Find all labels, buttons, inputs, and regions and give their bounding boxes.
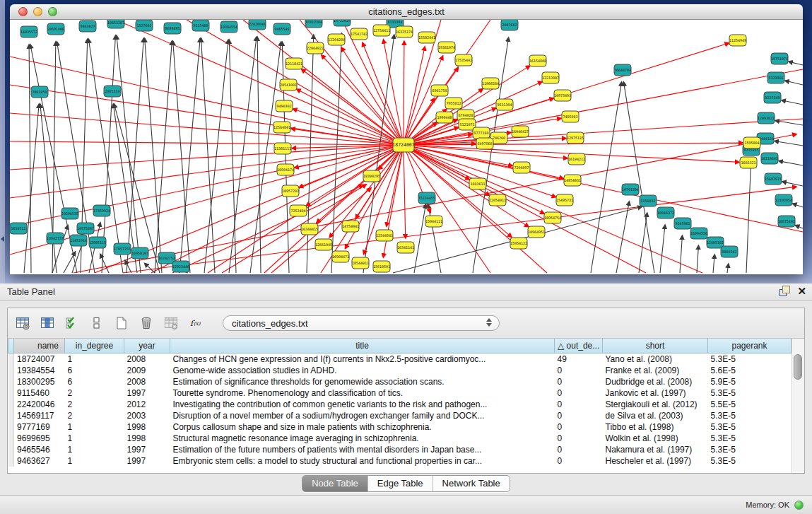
- table-cell[interactable]: 18300295: [14, 376, 65, 387]
- network-edge[interactable]: [250, 42, 281, 273]
- network-node[interactable]: 16210643: [761, 153, 778, 164]
- network-node[interactable]: 17535442: [455, 54, 472, 66]
- row-height-icon[interactable]: [88, 314, 106, 332]
- network-node[interactable]: 2061059: [31, 86, 48, 98]
- table-cell[interactable]: Hescheler et al. (1997): [603, 455, 708, 467]
- network-node[interactable]: 20541001: [280, 79, 297, 90]
- table-cell[interactable]: Franke et al. (2009): [603, 365, 708, 376]
- network-node[interactable]: 15610501: [373, 261, 390, 272]
- network-edge[interactable]: [180, 38, 200, 273]
- network-node[interactable]: 9227349: [764, 92, 781, 103]
- network-node[interactable]: 12204284: [328, 34, 345, 45]
- network-edge[interactable]: [229, 40, 236, 273]
- network-node[interactable]: 15582441: [418, 32, 435, 43]
- network-edge[interactable]: [145, 263, 155, 273]
- network-window[interactable]: citations_edges.txt 14035572206914069463…: [10, 4, 803, 274]
- network-edge[interactable]: [746, 162, 751, 273]
- table-cell[interactable]: 0: [555, 421, 603, 433]
- tab-edge-table[interactable]: Edge Table: [367, 476, 433, 491]
- table-cell[interactable]: 1997: [124, 444, 170, 455]
- network-edge[interactable]: [29, 45, 31, 273]
- network-node[interactable]: 12905115: [89, 237, 106, 248]
- network-node[interactable]: 1595804: [743, 137, 760, 148]
- network-node[interactable]: 1527602: [136, 20, 153, 31]
- network-edge[interactable]: [10, 145, 404, 198]
- table-cell[interactable]: 2008: [124, 376, 170, 387]
- network-node[interactable]: 9463627: [79, 21, 96, 32]
- tab-node-table[interactable]: Node Table: [302, 476, 367, 491]
- table-cell[interactable]: 1998: [124, 433, 170, 444]
- network-node[interactable]: 12661045: [315, 239, 332, 250]
- network-node[interactable]: 12118421: [286, 58, 302, 69]
- table-cell[interactable]: 5.3E-5: [708, 433, 792, 444]
- table-cell[interactable]: 1998: [124, 421, 170, 433]
- network-node[interactable]: 19361074: [438, 42, 455, 53]
- table-cell[interactable]: 1: [65, 444, 124, 455]
- table-cell[interactable]: Investigating the contribution of common…: [170, 399, 555, 410]
- table-cell[interactable]: Yano et al. (2008): [603, 354, 708, 366]
- network-node[interactable]: 16154808: [529, 55, 546, 66]
- network-node[interactable]: 11066264: [482, 78, 499, 89]
- table-cell[interactable]: 5.5E-5: [708, 399, 792, 410]
- network-node[interactable]: 16344415: [301, 223, 318, 235]
- column-header-pagerank[interactable]: pagerank: [708, 339, 792, 354]
- table-cell[interactable]: Changes of HCN gene expression and I(f) …: [170, 354, 555, 366]
- table-cell[interactable]: 9115460: [14, 387, 65, 399]
- network-node[interactable]: 2087682: [501, 20, 518, 30]
- table-row[interactable]: 911546021997Tourette syndrome. Phenomeno…: [8, 387, 792, 399]
- new-table-icon[interactable]: [112, 314, 131, 332]
- network-edge[interactable]: [73, 134, 796, 273]
- network-edge[interactable]: [306, 145, 404, 206]
- network-node[interactable]: 16648784: [614, 64, 631, 76]
- network-node[interactable]: 7204097: [513, 162, 530, 173]
- table-cell[interactable]: 5.3E-5: [708, 455, 792, 467]
- network-edge[interactable]: [775, 120, 803, 125]
- table-cell[interactable]: 2: [65, 410, 124, 421]
- table-cell[interactable]: Estimation of the future numbers of pati…: [170, 444, 555, 455]
- network-node[interactable]: 11451914: [70, 235, 87, 246]
- network-edge[interactable]: [785, 81, 803, 85]
- table-cell[interactable]: 6: [65, 376, 124, 387]
- table-cell[interactable]: 9463627: [14, 455, 65, 467]
- table-cell[interactable]: 18724007: [14, 354, 65, 366]
- network-node[interactable]: 9115460: [192, 20, 209, 31]
- network-edge[interactable]: [775, 141, 803, 146]
- network-edge[interactable]: [779, 161, 803, 165]
- network-window-titlebar[interactable]: citations_edges.txt: [10, 4, 803, 20]
- table-cell[interactable]: Wolkin et al. (1998): [603, 433, 708, 444]
- table-cell[interactable]: 1: [65, 433, 124, 444]
- table-cell[interactable]: 0: [555, 387, 603, 399]
- table-cell[interactable]: 1997: [124, 455, 170, 467]
- table-cell[interactable]: Disruption of a novel member of a sodium…: [170, 410, 555, 421]
- network-node[interactable]: 12564841: [273, 122, 290, 133]
- network-node[interactable]: 18724007: [392, 138, 414, 152]
- table-cell[interactable]: 5.3E-5: [708, 354, 792, 366]
- table-row[interactable]: 1456911722003Disruption of a novel membe…: [8, 410, 792, 421]
- network-node[interactable]: 12405182: [707, 237, 724, 248]
- table-cell[interactable]: Corpus callosum shape and size in male p…: [170, 421, 555, 433]
- network-edge[interactable]: [660, 225, 665, 273]
- network-node[interactable]: 17541742: [351, 28, 367, 40]
- network-edge[interactable]: [793, 204, 803, 207]
- delete-table-icon[interactable]: [137, 314, 155, 332]
- network-edge[interactable]: [795, 225, 803, 228]
- network-node[interactable]: 1602321: [740, 157, 757, 168]
- table-cell[interactable]: 1: [65, 455, 124, 467]
- table-cell[interactable]: Dudbridge et al. (2008): [603, 376, 708, 387]
- table-selector-dropdown[interactable]: citations_edges.txt: [223, 315, 500, 331]
- table-cell[interactable]: Jankovic et al. (1997): [603, 387, 708, 399]
- table-cell[interactable]: 2: [65, 399, 124, 410]
- network-node[interactable]: 7485063: [562, 111, 579, 122]
- network-node[interactable]: 7252404: [290, 205, 307, 216]
- network-canvas[interactable]: 1403557220691406946362710653287152760296…: [10, 20, 803, 274]
- network-edge[interactable]: [331, 33, 342, 273]
- network-edge[interactable]: [623, 82, 654, 273]
- network-node[interactable]: 9531304: [496, 99, 513, 110]
- table-cell[interactable]: 14569117: [14, 410, 65, 421]
- table-cell[interactable]: Stergiakouli et al. (2012): [603, 399, 708, 410]
- zoom-window-icon[interactable]: [48, 7, 57, 16]
- network-node[interactable]: 14754041: [342, 221, 359, 232]
- column-header-in_degree[interactable]: in_degree: [65, 339, 124, 354]
- column-settings-icon[interactable]: [13, 314, 32, 332]
- network-node[interactable]: 19751074: [771, 53, 788, 64]
